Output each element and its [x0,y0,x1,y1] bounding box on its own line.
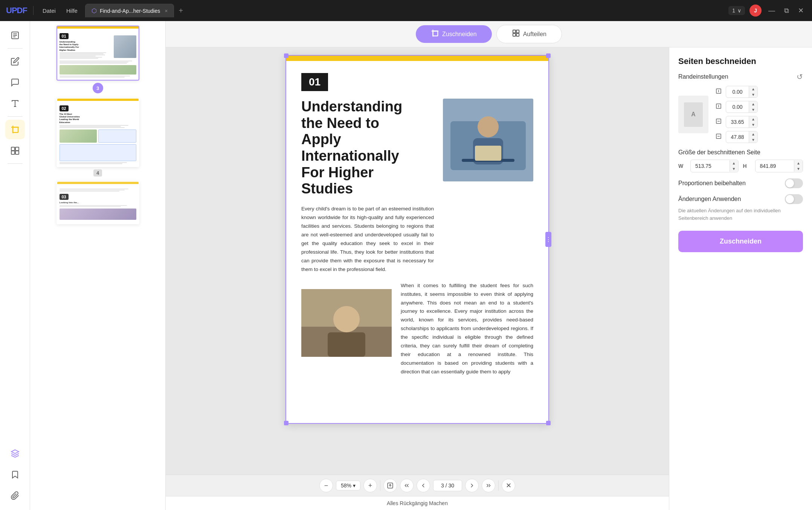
apply-changes-desc: Die aktuellen Änderungen auf den individ… [678,207,803,222]
sidebar-icon-bookmark[interactable] [5,465,25,484]
sidebar-divider-2 [8,116,23,117]
tab-pdf-icon: ⬡ [92,7,97,14]
undo-label: Alles Rückgängig Machen [387,500,448,506]
resize-handle-br[interactable] [546,421,551,425]
tab-close-btn[interactable]: × [165,8,168,14]
margin-right-input[interactable]: 47.88 ▲ ▼ [726,131,758,143]
margin-section: Randeinstellungen ↺ A [678,72,803,143]
thumb-card-5[interactable]: 03 Looking Into the... [56,181,139,224]
maximize-btn[interactable]: ⧉ [782,7,791,15]
crop-width-up[interactable]: ▲ [730,160,738,166]
minimize-btn[interactable]: — [766,7,777,15]
margin-right-icon [714,133,723,141]
thumbnail-item-5[interactable]: 03 Looking Into the... [35,181,161,224]
sidebar-icon-reader[interactable] [5,26,25,45]
sidebar-icon-edit[interactable] [5,52,25,71]
margin-top-input[interactable]: 0.00 ▲ ▼ [726,86,758,98]
pdf-two-col: Understanding the Need to Apply Internat… [301,99,533,274]
crop-height-down[interactable]: ▼ [794,166,803,172]
margin-bottom-down[interactable]: ▼ [749,107,757,113]
resize-handle-tl[interactable] [284,53,288,58]
crop-icon [431,29,439,39]
proportions-toggle[interactable] [785,178,803,188]
reset-margins-btn[interactable]: ↺ [797,72,803,81]
menu-hilfe[interactable]: Hilfe [63,6,81,15]
split-tool-btn[interactable]: Aufteilen [496,25,562,43]
thumbnail-item-3[interactable]: 01 Understandingthe Need to ApplyInterna… [35,26,161,93]
apply-changes-toggle[interactable] [785,194,803,204]
page-selector[interactable]: 1 ∨ [728,6,745,15]
bottom-close-btn[interactable]: ✕ [502,479,515,492]
crop-height-up[interactable]: ▲ [794,160,803,166]
margin-top-up[interactable]: ▲ [749,86,757,92]
resize-handle-bl[interactable] [284,421,288,425]
sidebar-icon-crop[interactable] [5,120,25,139]
split-icon [512,29,520,39]
nav-prev-btn[interactable] [417,479,430,492]
svg-rect-13 [513,30,515,33]
tab-add-btn[interactable]: + [176,5,186,17]
margin-right-up[interactable]: ▲ [749,131,757,137]
margin-left-down[interactable]: ▼ [749,122,757,128]
margin-left-row: 33.65 ▲ ▼ [714,116,803,128]
crop-action-btn[interactable]: Zuschneiden [678,231,803,252]
margin-left-up[interactable]: ▲ [749,116,757,122]
margin-bottom-input[interactable]: 0.00 ▲ ▼ [726,101,758,113]
thumb-card-4[interactable]: 02 The 10 BestGlobal UniversitiesLeading… [56,98,139,167]
crop-height-value: 841.89 [756,160,794,172]
crop-tool-btn[interactable]: Zuschneiden [416,25,492,43]
crop-width-down[interactable]: ▼ [730,166,738,172]
active-tab[interactable]: ⬡ Find-and-Ap...her-Studies × [85,4,174,17]
thumb-micro-text [60,52,111,59]
drag-handle-right[interactable]: ⋮ [545,232,551,247]
nav-last-btn[interactable] [482,479,495,492]
sidebar-icon-organize[interactable] [5,141,25,160]
thumb-micro-title: Understandingthe Need to ApplyInternatio… [60,41,111,52]
user-avatar[interactable]: J [749,5,762,17]
nav-next-btn[interactable] [465,479,479,492]
crop-width-arrows: ▲ ▼ [730,160,738,172]
sidebar-icon-layers[interactable] [5,444,25,463]
margin-right-down[interactable]: ▼ [749,137,757,143]
thumb-content-5: 03 Looking Into the... [57,186,139,224]
fit-height-btn[interactable] [383,479,397,492]
zoom-out-btn[interactable]: − [319,479,333,492]
svg-rect-22 [475,146,501,161]
close-btn[interactable]: ✕ [796,6,806,15]
page-indicator[interactable]: 3 / 30 [433,480,462,491]
zoom-value: 58% [341,483,351,489]
apply-changes-row: Änderungen Anwenden [678,194,803,204]
left-sidebar [0,21,30,510]
resize-handle-tr[interactable] [546,53,551,58]
margin-bottom-up[interactable]: ▲ [749,101,757,107]
zoom-level-selector[interactable]: 58% ▾ [336,481,360,490]
svg-rect-12 [433,31,438,36]
sidebar-icon-comment[interactable] [5,73,25,92]
menu-datei[interactable]: Datei [40,6,59,15]
undo-bar[interactable]: Alles Rückgängig Machen [166,496,669,510]
crop-width-input[interactable]: 513.75 ▲ ▼ [690,160,739,172]
titlebar: UPDF Datei Hilfe ⬡ Find-and-Ap...her-Stu… [0,0,812,21]
toolbar: Zuschneiden Aufteilen [166,21,812,47]
page-num: 1 [732,8,735,14]
margin-left-value: 33.65 [726,117,749,127]
crop-size-title: Größe der beschnittenen Seite [678,149,803,156]
margin-top-down[interactable]: ▼ [749,92,757,97]
sidebar-icon-attachment[interactable] [5,486,25,505]
crop-height-input[interactable]: 841.89 ▲ ▼ [755,160,803,172]
margin-left-input[interactable]: 33.65 ▲ ▼ [726,116,758,128]
sidebar-icon-text[interactable] [5,94,25,113]
svg-marker-11 [11,450,19,454]
thumbnail-item-4[interactable]: 02 The 10 BestGlobal UniversitiesLeading… [35,98,161,177]
zoom-in-btn[interactable]: + [363,479,377,492]
svg-rect-8 [15,147,19,151]
svg-rect-9 [11,151,15,154]
pdf-content: 01 Understanding the Need to Apply Inter… [286,61,548,388]
nav-first-btn[interactable] [400,479,414,492]
thumb-yellow-bar-5 [57,182,139,184]
thumb-card-3[interactable]: 01 Understandingthe Need to ApplyInterna… [56,26,139,81]
svg-rect-15 [513,33,515,36]
apply-changes-label: Änderungen Anwenden [678,196,741,202]
pdf-page: ⋮ 01 Understanding the Need to Apply Int… [285,55,549,424]
svg-rect-6 [13,127,18,132]
